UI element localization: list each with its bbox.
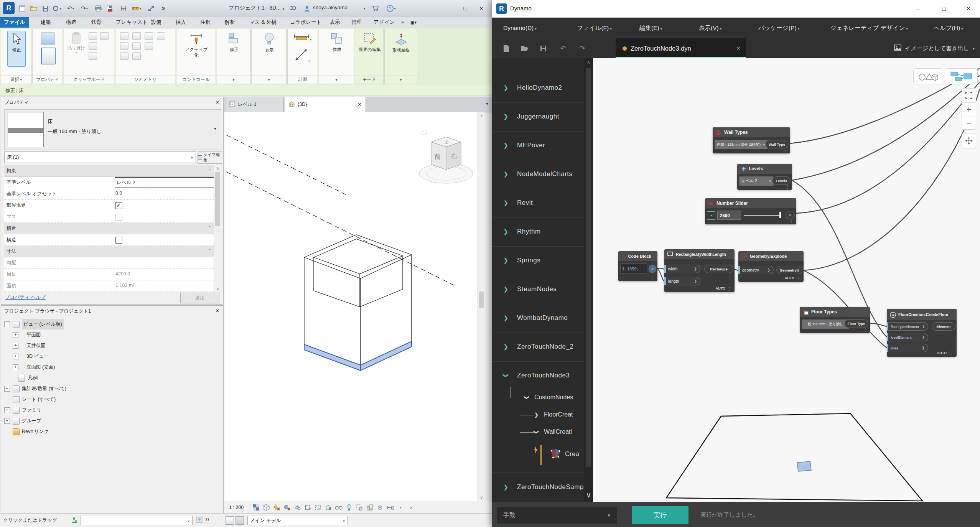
new-file-icon[interactable] (502, 44, 511, 53)
node-wall-types[interactable]: Wall Types 内壁 - 135mm 部分 (2時間) Wall Type… (713, 127, 790, 153)
shadows-icon[interactable] (282, 503, 292, 512)
sync-icon[interactable]: ▾ (52, 4, 61, 13)
level-dropdown[interactable]: レベル 2 (739, 176, 774, 186)
temporary-view-properties-icon[interactable] (355, 503, 364, 512)
input-port-floortypeelement[interactable]: floorTypeElement❯ (887, 322, 928, 331)
design-option-selector[interactable]: メイン モデル (247, 516, 348, 525)
run-button[interactable]: 実行 (632, 506, 688, 524)
input-port-geometry[interactable]: geometry❯ (738, 266, 774, 274)
worksets-selector[interactable] (81, 516, 193, 525)
project-browser-close-icon[interactable]: ✕ (214, 308, 221, 315)
tab-massing[interactable]: マス & 外構 (245, 17, 280, 28)
detail-level-icon[interactable] (251, 503, 260, 512)
print-icon[interactable] (94, 4, 103, 13)
scroll-down-icon[interactable]: ∨ (214, 287, 221, 291)
next-icon[interactable]: › (407, 503, 416, 512)
beam-join-icon[interactable] (145, 32, 153, 40)
output-port-value[interactable]: > (786, 211, 795, 219)
tab-file[interactable]: ファイル (0, 17, 29, 28)
input-port-length[interactable]: length❯ (664, 277, 700, 285)
node-menu-icon[interactable]: ⋮ (949, 351, 954, 356)
node-menu-icon[interactable]: ⋮ (651, 275, 655, 281)
tab-annotate[interactable]: 注釈 (196, 17, 214, 28)
displacement-icon[interactable] (376, 503, 385, 512)
edit-type-button[interactable]: タイプ編集 (198, 152, 222, 164)
lacing-label[interactable]: AUTO (937, 351, 947, 355)
close-view-icon[interactable]: ✕ (357, 102, 362, 107)
node-menu-icon[interactable]: ⋮ (863, 327, 868, 333)
node-menu-icon[interactable]: ⋮ (796, 276, 801, 281)
menu-dynamo[interactable]: Dynamo(D) (503, 18, 537, 38)
create-group-button[interactable]: 作成 (326, 31, 348, 69)
library-item[interactable]: ❯Revit (492, 189, 584, 217)
constraints-lock-icon[interactable] (386, 503, 395, 512)
view-tab-3d[interactable]: {3D} ✕ (285, 97, 366, 112)
canvas-vertical-scrollbar[interactable]: ∧ ∨ (478, 112, 485, 501)
geometry-preview-toggle[interactable] (913, 68, 943, 84)
save-icon[interactable] (539, 44, 548, 53)
title-collapse-icon[interactable]: ◂ (278, 4, 288, 13)
save-icon[interactable] (41, 4, 50, 13)
unlocked-view-icon[interactable] (324, 503, 333, 512)
node-menu-icon[interactable]: ⋮ (727, 286, 732, 291)
align-icon[interactable] (132, 42, 141, 50)
paint-icon[interactable] (120, 52, 128, 60)
panel-view-label[interactable]: ▼ (252, 75, 286, 84)
crop-view-icon[interactable] (303, 503, 312, 512)
library-item[interactable]: ❯WombatDynamo (492, 304, 584, 333)
library-tree-floorcreation[interactable]: ❯FloorCreat (534, 411, 573, 418)
output-port-geometry-array[interactable]: Geometry[] (776, 266, 802, 274)
node-levels[interactable]: Levels レベル 2 Levels ⋮ (737, 164, 792, 190)
node-menu-icon[interactable]: ⋮ (789, 219, 794, 224)
sun-path-icon[interactable] (272, 503, 281, 512)
demolish-icon[interactable] (132, 52, 141, 60)
node-menu-icon[interactable]: ⋮ (785, 184, 790, 189)
node-floorcreation-createfloor[interactable]: FloorCreation.CreateFloor floorTypeEleme… (887, 309, 957, 357)
signed-in-user[interactable]: shoya.akiyama (313, 5, 348, 10)
lacing-label[interactable]: AUTO (716, 287, 725, 290)
menu-generative-design[interactable]: ジェネレーティブ デザイン (830, 18, 908, 38)
tab-precast[interactable]: プレキャスト (112, 17, 152, 28)
view-tab-level1[interactable]: レベル 1 (226, 97, 284, 112)
select-toggle-icon[interactable] (236, 516, 244, 525)
panel-properties-label[interactable]: プロパティ (33, 75, 63, 84)
library-scrollbar[interactable]: ∧ ∨ (584, 58, 593, 502)
tab-systems[interactable]: 設備 (147, 17, 165, 28)
render-icon[interactable] (293, 503, 302, 512)
property-row[interactable]: 部屋境界 (4, 200, 221, 211)
library-tree-customnodes[interactable]: ❯CustomNodes (525, 394, 573, 401)
property-group[interactable]: 寸法 (4, 246, 221, 257)
tab-steel[interactable]: 鉄骨 (87, 17, 105, 28)
scroll-down-icon[interactable]: ∨ (478, 495, 485, 499)
checkbox-checked[interactable] (115, 202, 122, 209)
slider-track[interactable] (744, 215, 781, 216)
analytical-model-icon[interactable] (365, 503, 374, 512)
node-floor-types[interactable]: Floor Types 一般 150 mm - 塗り潰し Floor Type … (800, 307, 870, 333)
undo-icon[interactable]: ↶ (558, 44, 568, 53)
code-editor[interactable]: 1│1050; (620, 264, 647, 273)
tab-architecture[interactable]: 建築 (37, 17, 55, 28)
open-file-icon[interactable] (520, 44, 529, 53)
library-item[interactable]: ❯Rhythm (492, 217, 584, 246)
close-tab-icon[interactable]: ✕ (736, 45, 741, 51)
property-row[interactable]: 勾配 (4, 257, 221, 269)
input-port-width[interactable]: width❯ (664, 265, 700, 273)
library-item[interactable]: ❯HelloDynamo2 (492, 74, 584, 102)
minimize-button[interactable]: – (909, 3, 926, 15)
reveal-hidden-bulb-icon[interactable] (344, 503, 354, 512)
paste-button[interactable]: 貼り付け ▾ (67, 31, 86, 69)
slider-expand-button[interactable]: ▾ (707, 211, 715, 220)
panel-geometry-label[interactable]: ジオメトリ (115, 75, 175, 84)
maximize-button[interactable]: □ (460, 4, 471, 13)
user-menu-chevron-icon[interactable]: ▾ (360, 4, 369, 13)
maximize-button[interactable]: □ (936, 3, 952, 15)
input-port-lines[interactable]: lines❯ (887, 344, 928, 352)
properties-scrollbar[interactable]: ∧ ∨ (214, 165, 221, 292)
output-port-code[interactable]: > (649, 265, 656, 273)
menu-view[interactable]: 表示(V) (699, 18, 721, 38)
menu-file[interactable]: ファイル(F) (577, 18, 612, 38)
property-group[interactable]: 拘束 (4, 165, 221, 177)
shape-edit-button[interactable]: 形状編集 (390, 31, 412, 69)
redo-icon[interactable]: ↷▾ (80, 4, 89, 13)
menu-packages[interactable]: パッケージ(P) (758, 18, 799, 38)
